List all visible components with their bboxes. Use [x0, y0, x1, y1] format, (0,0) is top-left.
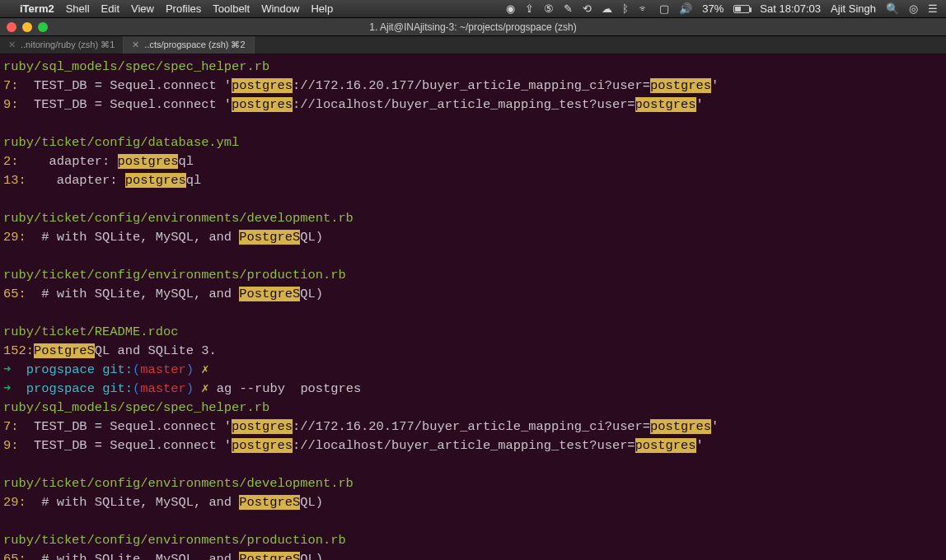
search-match: PostgreS: [239, 230, 300, 245]
result-line: 152:PostgreSQL and SQLite 3.: [3, 342, 941, 361]
line-number: 29:: [3, 230, 26, 245]
menu-view[interactable]: View: [131, 2, 154, 15]
prompt-dir: progspace: [26, 381, 95, 396]
clock[interactable]: Sat 18:07:03: [760, 2, 821, 15]
close-icon[interactable]: [7, 22, 16, 32]
dropbox-icon[interactable]: ⇪: [525, 2, 534, 15]
git-dirty-icon: ✗: [201, 381, 208, 396]
file-path: ruby/ticket/config/environments/developm…: [3, 476, 354, 491]
minimize-icon[interactable]: [22, 22, 32, 32]
window-titlebar: 1. Ajit@INAjitsing-3: ~/projects/progspa…: [0, 18, 946, 36]
result-line: 9: TEST_DB = Sequel.connect 'postgres://…: [3, 436, 941, 455]
search-match: postgres: [650, 419, 711, 434]
prompt-arrow-icon: ➜: [3, 381, 26, 396]
search-match: postgres: [232, 438, 293, 453]
menu-toolbelt[interactable]: Toolbelt: [213, 2, 250, 15]
sync-icon[interactable]: ⟲: [583, 2, 592, 15]
tab-bar: ✕ ..nitoring/ruby (zsh) ⌘1 ✕ ..cts/progs…: [0, 36, 946, 54]
user-name[interactable]: Ajit Singh: [831, 2, 876, 15]
notifications-icon[interactable]: ☰: [928, 2, 938, 15]
wifi-icon[interactable]: ᯤ: [639, 2, 649, 15]
result-line: 7: TEST_DB = Sequel.connect 'postgres://…: [3, 77, 941, 96]
volume-icon[interactable]: 🔊: [679, 2, 692, 15]
search-match: PostgreS: [34, 343, 95, 358]
maximize-icon[interactable]: [38, 22, 48, 32]
airplay-icon[interactable]: ▢: [659, 2, 669, 15]
search-match: postgres: [635, 438, 696, 453]
line-number: 7:: [3, 78, 18, 93]
search-match: PostgreS: [239, 495, 300, 510]
file-path: ruby/ticket/config/database.yml: [3, 135, 239, 150]
close-tab-icon[interactable]: ✕: [132, 40, 139, 50]
prompt-dir: progspace: [26, 362, 95, 377]
line-number: 7:: [3, 419, 18, 434]
search-match: PostgreS: [239, 287, 300, 301]
siri-icon[interactable]: ◎: [909, 2, 918, 15]
file-path: ruby/ticket/config/environments/producti…: [3, 533, 346, 548]
git-branch: master: [140, 381, 185, 396]
git-dirty-icon: ✗: [201, 362, 208, 377]
file-path: ruby/sql_models/spec/spec_helper.rb: [3, 400, 269, 415]
result-line: 7: TEST_DB = Sequel.connect 'postgres://…: [3, 418, 941, 436]
tab-2[interactable]: ✕ ..cts/progspace (zsh) ⌘2: [124, 36, 254, 54]
search-match: postgres: [232, 419, 293, 434]
tab-label: ..nitoring/ruby (zsh) ⌘1: [21, 40, 115, 50]
menu-edit[interactable]: Edit: [101, 2, 119, 15]
menu-window[interactable]: Window: [261, 2, 299, 15]
search-match: postgres: [650, 78, 711, 93]
traffic-lights: [7, 22, 48, 32]
shell-prompt: ➜ progspace git:(master) ✗: [3, 361, 941, 380]
tab-1[interactable]: ✕ ..nitoring/ruby (zsh) ⌘1: [0, 36, 124, 54]
file-path: ruby/ticket/README.rdoc: [3, 324, 178, 339]
shield-icon[interactable]: ⑤: [544, 2, 554, 15]
prompt-arrow-icon: ➜: [3, 362, 26, 377]
search-match: PostgreS: [239, 552, 300, 560]
result-line: 65: # with SQLite, MySQL, and PostgreSQL…: [3, 550, 941, 560]
line-number: 9:: [3, 97, 18, 112]
spotlight-icon[interactable]: 🔍: [886, 2, 899, 15]
macos-menubar: iTerm2 Shell Edit View Profiles Toolbelt…: [0, 0, 946, 18]
search-match: postgres: [125, 173, 186, 188]
battery-pct[interactable]: 37%: [702, 2, 724, 15]
line-number: 2:: [3, 154, 18, 169]
search-match: postgres: [232, 97, 293, 112]
battery-icon[interactable]: [733, 5, 750, 13]
menu-profiles[interactable]: Profiles: [166, 2, 201, 15]
menu-help[interactable]: Help: [311, 2, 333, 15]
command-text: ag --ruby postgres: [217, 381, 361, 396]
prompt-git: git:: [102, 362, 133, 377]
file-path: ruby/sql_models/spec/spec_helper.rb: [3, 59, 269, 74]
result-line: 2: adapter: postgresql: [3, 152, 941, 171]
result-line: 29: # with SQLite, MySQL, and PostgreSQL…: [3, 493, 941, 512]
result-line: 65: # with SQLite, MySQL, and PostgreSQL…: [3, 285, 941, 304]
git-branch: master: [140, 362, 185, 377]
result-line: 9: TEST_DB = Sequel.connect 'postgres://…: [3, 96, 941, 114]
evernote-icon[interactable]: ✎: [564, 2, 573, 15]
result-line: 29: # with SQLite, MySQL, and PostgreSQL…: [3, 228, 941, 247]
shell-prompt: ➜ progspace git:(master) ✗ ag --ruby pos…: [3, 380, 941, 399]
menu-shell[interactable]: Shell: [66, 2, 90, 15]
line-number: 29:: [3, 495, 26, 510]
line-number: 152:: [3, 343, 34, 358]
line-number: 13:: [3, 173, 26, 188]
line-number: 9:: [3, 438, 18, 453]
prompt-git: git:: [102, 381, 133, 396]
terminal[interactable]: ruby/sql_models/spec/spec_helper.rb7: TE…: [0, 54, 946, 560]
record-icon[interactable]: ◉: [506, 2, 515, 15]
tab-label: ..cts/progspace (zsh) ⌘2: [144, 40, 245, 50]
bluetooth-icon[interactable]: ᛒ: [622, 2, 629, 15]
file-path: ruby/ticket/config/environments/developm…: [3, 211, 354, 226]
cloud-icon[interactable]: ☁: [602, 2, 612, 15]
search-match: postgres: [635, 97, 696, 112]
app-name[interactable]: iTerm2: [20, 2, 54, 15]
line-number: 65:: [3, 552, 26, 560]
window-title: 1. Ajit@INAjitsing-3: ~/projects/progspa…: [369, 21, 576, 33]
search-match: postgres: [232, 78, 293, 93]
line-number: 65:: [3, 287, 26, 301]
close-tab-icon[interactable]: ✕: [8, 40, 16, 50]
search-match: postgres: [118, 154, 179, 169]
result-line: 13: adapter: postgresql: [3, 171, 941, 190]
file-path: ruby/ticket/config/environments/producti…: [3, 268, 346, 282]
